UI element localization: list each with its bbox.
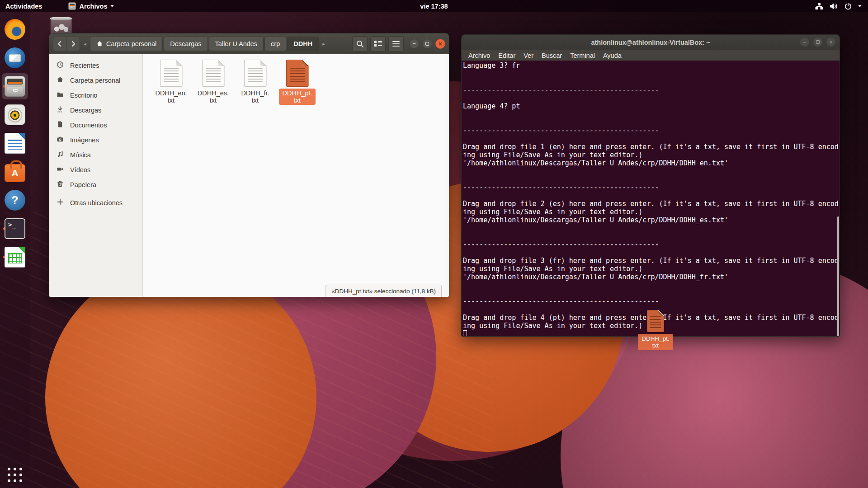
maximize-button[interactable] (422, 39, 432, 49)
music-note-icon (57, 150, 64, 159)
trash-icon (57, 180, 64, 189)
dock-item-help[interactable]: ? (2, 187, 28, 213)
view-toggle-button[interactable] (370, 36, 386, 52)
file-list-area[interactable]: DDHH_en.txt DDHH_es.txt DDHH_fr.txt DDHH… (143, 54, 449, 297)
terminal-output-line (463, 110, 840, 118)
terminal-output-line: ----------------------------------------… (463, 86, 840, 94)
breadcrumb-crp[interactable]: crp (264, 37, 286, 51)
breadcrumb-ddhh[interactable]: DDHH (287, 37, 319, 51)
chevron-right-icon[interactable]: ▸ (321, 41, 326, 47)
back-button[interactable] (53, 37, 66, 51)
power-icon (844, 3, 852, 10)
terminal-menubar: ArchivoEditarVerBuscarTerminalAyuda (462, 50, 840, 61)
minimize-button[interactable]: − (409, 39, 419, 49)
file-name-label: DDHH_fr.txt (238, 89, 272, 105)
sidebar-item-música[interactable]: Música (49, 147, 142, 162)
terminal-output-line (463, 78, 840, 86)
window-menu-button[interactable] (388, 36, 404, 52)
terminal-output-line: ----------------------------------------… (463, 127, 840, 135)
file-DDHH_es.txt[interactable]: DDHH_es.txt (192, 60, 234, 105)
dock-item-writer[interactable] (2, 130, 28, 156)
text-file-icon (286, 60, 309, 87)
breadcrumb-taller-u-andes[interactable]: Taller U Andes (209, 37, 264, 51)
sidebar-item-papelera[interactable]: Papelera (49, 177, 142, 192)
file-DDHH_en.txt[interactable]: DDHH_en.txt (150, 60, 192, 105)
file-DDHH_fr.txt[interactable]: DDHH_fr.txt (234, 60, 276, 105)
terminal-menu-ver[interactable]: Ver (519, 50, 538, 61)
terminal-window: athlonlinux@athlonlinux-VirtualBox: ~ − … (461, 34, 840, 337)
top-bar: Actividades Archivos vie 17:38 (0, 0, 868, 12)
sidebar-item-imágenes[interactable]: Imágenes (49, 132, 142, 147)
terminal-menu-archivo[interactable]: Archivo (464, 50, 494, 61)
file-DDHH_pt.txt[interactable]: DDHH_pt.txt (276, 60, 318, 105)
activities-button[interactable]: Actividades (0, 0, 47, 12)
forward-button[interactable] (66, 37, 80, 51)
app-menu-button[interactable]: Archivos (63, 0, 119, 12)
sidebar-item-vídeos[interactable]: Vídeos (49, 162, 142, 177)
terminal-scrollbar[interactable] (837, 216, 839, 336)
terminal-menu-buscar[interactable]: Buscar (538, 50, 566, 61)
sidebar-item-otras-ubicaciones[interactable]: Otras ubicaciones (49, 195, 142, 210)
terminal-output-line: ----------------------------------------… (463, 240, 840, 249)
sidebar-item-carpeta-personal[interactable]: Carpeta personal (49, 73, 142, 88)
minimize-button[interactable]: − (800, 37, 810, 47)
app-menu-label: Archivos (79, 3, 107, 10)
sidebar-item-descargas[interactable]: Descargas (49, 103, 142, 117)
dock-item-rhythmbox[interactable] (2, 102, 28, 128)
terminal-output-line: Drag and drop file 1 (en) here and press… (463, 143, 840, 151)
dock-item-files[interactable] (2, 73, 28, 99)
help-question-icon: ? (5, 190, 25, 211)
dock-item-thunderbird[interactable] (2, 45, 28, 71)
text-file-icon (160, 60, 183, 87)
terminal-screen[interactable]: Language 3? fr -------------------------… (462, 61, 840, 336)
terminal-output-line (463, 70, 840, 78)
chevron-down-icon (858, 5, 862, 7)
clock-icon (57, 61, 64, 70)
system-status-area[interactable] (815, 0, 868, 12)
files-app-icon (68, 2, 76, 10)
terminal-output-line: ing using File/Save As in your text edit… (463, 151, 840, 159)
volume-icon (830, 3, 838, 10)
terminal-cursor (463, 330, 467, 336)
clock[interactable]: vie 17:38 (420, 3, 448, 10)
sidebar-item-escritorio[interactable]: Escritorio (49, 88, 142, 103)
terminal-output-line: ----------------------------------------… (463, 183, 840, 192)
close-button[interactable]: × (826, 37, 836, 47)
terminal-titlebar[interactable]: athlonlinux@athlonlinux-VirtualBox: ~ − … (462, 35, 840, 50)
terminal-menu-terminal[interactable]: Terminal (566, 50, 599, 61)
dock-item-terminal[interactable]: >_ (2, 216, 28, 242)
file-name-label: DDHH_en.txt (152, 89, 190, 105)
libreoffice-calc-icon (5, 247, 25, 267)
terminal-menu-ayuda[interactable]: Ayuda (599, 50, 626, 61)
search-button[interactable] (352, 36, 368, 52)
places-sidebar: RecientesCarpeta personalEscritorioDesca… (49, 54, 143, 297)
files-window: ◂ Carpeta personalDescargasTaller U Ande… (49, 33, 449, 297)
dock-item-calc[interactable] (2, 244, 28, 270)
terminal-output-line: ing using File/Save As in your text edit… (463, 208, 840, 216)
terminal-menu-editar[interactable]: Editar (494, 50, 519, 61)
dock-item-software[interactable]: A (2, 159, 28, 185)
files-file-cabinet-icon (5, 76, 25, 97)
maximize-button[interactable] (813, 37, 823, 47)
chevron-left-icon[interactable]: ◂ (83, 41, 87, 47)
terminal-title: athlonlinux@athlonlinux-VirtualBox: ~ (591, 39, 710, 46)
terminal-output-line: Language 3? fr (463, 61, 840, 70)
status-bar: «DDHH_pt.txt» seleccionado (11,8 kB) (326, 285, 442, 297)
text-file-icon (244, 60, 267, 87)
dock-item-firefox[interactable] (2, 16, 28, 42)
show-applications-button[interactable] (8, 468, 22, 482)
terminal-output-line (463, 192, 840, 200)
breadcrumb-descargas[interactable]: Descargas (164, 37, 208, 51)
sidebar-item-documentos[interactable]: Documentos (49, 117, 142, 132)
document-icon (57, 121, 64, 129)
breadcrumb-carpeta-personal[interactable]: Carpeta personal (90, 37, 163, 51)
terminal-output-line (463, 94, 840, 102)
terminal-output-line (463, 249, 840, 257)
folder-icon (57, 91, 64, 99)
terminal-output-line: ----------------------------------------… (463, 297, 840, 305)
terminal-output-line: Drag and drop file 2 (es) here and press… (463, 200, 840, 208)
file-name-label: DDHH_pt.txt (279, 89, 315, 105)
close-button[interactable]: × (435, 39, 445, 49)
rhythmbox-speaker-icon (5, 104, 25, 125)
sidebar-item-recientes[interactable]: Recientes (49, 58, 142, 73)
